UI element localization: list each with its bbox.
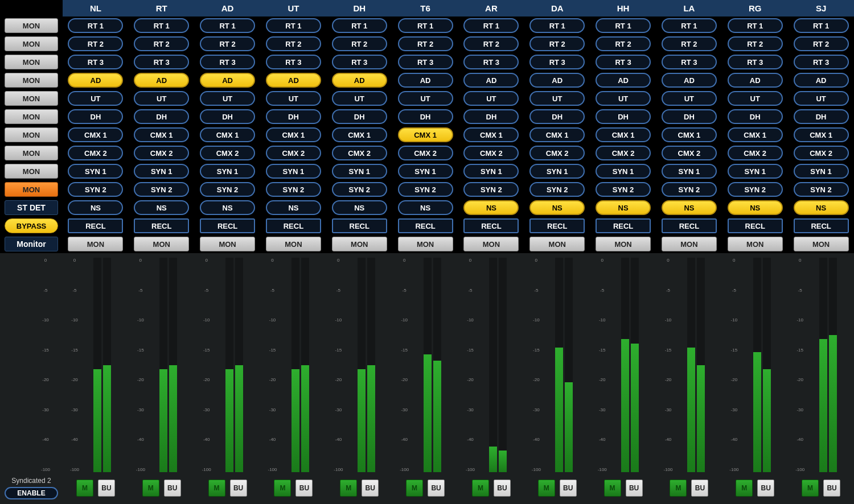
cell-5-4[interactable]: DH — [326, 108, 392, 126]
m-button-DH[interactable]: M — [340, 480, 357, 497]
m-button-RT[interactable]: M — [142, 480, 159, 497]
cell-2-3[interactable]: RT 3 — [261, 53, 327, 71]
cell-9-8[interactable]: SYN 2 — [590, 180, 656, 199]
cell-5-0[interactable]: DH — [63, 108, 129, 126]
cell-0-3[interactable]: RT 1 — [261, 16, 327, 35]
cell-4-8[interactable]: UT — [590, 89, 656, 108]
cell-1-5[interactable]: RT 2 — [392, 35, 458, 53]
cell-7-0[interactable]: CMX 2 — [63, 144, 129, 162]
cell-11-2[interactable]: RECL — [195, 217, 261, 235]
cell-3-9[interactable]: AD — [656, 71, 722, 89]
bu-button-UT[interactable]: BU — [295, 480, 313, 497]
cell-12-5[interactable]: MON — [392, 235, 458, 253]
cell-4-0[interactable]: UT — [63, 89, 129, 108]
cell-4-4[interactable]: UT — [326, 89, 392, 108]
row-label-6[interactable]: MON — [0, 126, 63, 144]
cell-7-6[interactable]: CMX 2 — [458, 144, 524, 162]
cell-8-5[interactable]: SYN 1 — [392, 162, 458, 180]
bu-button-T6[interactable]: BU — [428, 480, 445, 497]
cell-8-1[interactable]: SYN 1 — [129, 162, 195, 180]
cell-6-1[interactable]: CMX 1 — [129, 126, 195, 144]
cell-10-2[interactable]: NS — [195, 199, 261, 217]
cell-12-8[interactable]: MON — [590, 235, 656, 253]
cell-8-8[interactable]: SYN 1 — [590, 162, 656, 180]
row-label-1[interactable]: MON — [0, 35, 63, 53]
cell-2-6[interactable]: RT 3 — [458, 53, 524, 71]
cell-6-0[interactable]: CMX 1 — [63, 126, 129, 144]
cell-0-4[interactable]: RT 1 — [326, 16, 392, 35]
cell-3-6[interactable]: AD — [458, 71, 524, 89]
row-label-12[interactable]: Monitor — [0, 235, 63, 253]
cell-9-10[interactable]: SYN 2 — [722, 180, 788, 199]
m-button-LA[interactable]: M — [670, 480, 687, 497]
cell-5-2[interactable]: DH — [195, 108, 261, 126]
bu-button-LA[interactable]: BU — [691, 480, 708, 497]
cell-5-8[interactable]: DH — [590, 108, 656, 126]
enable-button[interactable]: ENABLE — [5, 487, 58, 499]
bu-button-RG[interactable]: BU — [757, 480, 774, 497]
cell-11-10[interactable]: RECL — [722, 217, 788, 235]
cell-12-10[interactable]: MON — [722, 235, 788, 253]
cell-4-5[interactable]: UT — [392, 89, 458, 108]
cell-10-11[interactable]: NS — [788, 199, 854, 217]
m-button-SJ[interactable]: M — [802, 480, 819, 497]
cell-10-1[interactable]: NS — [129, 199, 195, 217]
cell-6-9[interactable]: CMX 1 — [656, 126, 722, 144]
cell-11-11[interactable]: RECL — [788, 217, 854, 235]
cell-8-11[interactable]: SYN 1 — [788, 162, 854, 180]
row-label-0[interactable]: MON — [0, 16, 63, 35]
cell-4-3[interactable]: UT — [261, 89, 327, 108]
cell-1-9[interactable]: RT 2 — [656, 35, 722, 53]
cell-3-8[interactable]: AD — [590, 71, 656, 89]
m-button-AR[interactable]: M — [472, 480, 489, 497]
cell-8-2[interactable]: SYN 1 — [195, 162, 261, 180]
cell-5-9[interactable]: DH — [656, 108, 722, 126]
cell-10-0[interactable]: NS — [63, 199, 129, 217]
cell-1-4[interactable]: RT 2 — [326, 35, 392, 53]
cell-4-1[interactable]: UT — [129, 89, 195, 108]
cell-6-11[interactable]: CMX 1 — [788, 126, 854, 144]
cell-8-4[interactable]: SYN 1 — [326, 162, 392, 180]
m-button-RG[interactable]: M — [736, 480, 753, 497]
row-label-3[interactable]: MON — [0, 71, 63, 89]
bu-button-NL[interactable]: BU — [98, 480, 115, 497]
cell-10-8[interactable]: NS — [590, 199, 656, 217]
m-button-DA[interactable]: M — [538, 480, 555, 497]
cell-3-0[interactable]: AD — [63, 71, 129, 89]
cell-4-9[interactable]: UT — [656, 89, 722, 108]
cell-12-11[interactable]: MON — [788, 235, 854, 253]
cell-9-9[interactable]: SYN 2 — [656, 180, 722, 199]
cell-9-11[interactable]: SYN 2 — [788, 180, 854, 199]
cell-5-5[interactable]: DH — [392, 108, 458, 126]
cell-12-4[interactable]: MON — [326, 235, 392, 253]
cell-5-1[interactable]: DH — [129, 108, 195, 126]
cell-1-1[interactable]: RT 2 — [129, 35, 195, 53]
cell-10-7[interactable]: NS — [524, 199, 590, 217]
cell-6-2[interactable]: CMX 1 — [195, 126, 261, 144]
cell-2-1[interactable]: RT 3 — [129, 53, 195, 71]
cell-4-10[interactable]: UT — [722, 89, 788, 108]
cell-0-1[interactable]: RT 1 — [129, 16, 195, 35]
cell-3-10[interactable]: AD — [722, 71, 788, 89]
cell-8-0[interactable]: SYN 1 — [63, 162, 129, 180]
bu-button-DA[interactable]: BU — [560, 480, 577, 497]
cell-11-9[interactable]: RECL — [656, 217, 722, 235]
cell-7-9[interactable]: CMX 2 — [656, 144, 722, 162]
cell-3-3[interactable]: AD — [261, 71, 327, 89]
cell-11-1[interactable]: RECL — [129, 217, 195, 235]
cell-9-6[interactable]: SYN 2 — [458, 180, 524, 199]
cell-1-0[interactable]: RT 2 — [63, 35, 129, 53]
cell-7-10[interactable]: CMX 2 — [722, 144, 788, 162]
cell-9-7[interactable]: SYN 2 — [524, 180, 590, 199]
cell-10-9[interactable]: NS — [656, 199, 722, 217]
cell-0-11[interactable]: RT 1 — [788, 16, 854, 35]
cell-10-6[interactable]: NS — [458, 199, 524, 217]
cell-7-7[interactable]: CMX 2 — [524, 144, 590, 162]
cell-6-4[interactable]: CMX 1 — [326, 126, 392, 144]
row-label-5[interactable]: MON — [0, 108, 63, 126]
bu-button-DH[interactable]: BU — [362, 480, 379, 497]
bu-button-AR[interactable]: BU — [494, 480, 511, 497]
cell-4-6[interactable]: UT — [458, 89, 524, 108]
cell-5-3[interactable]: DH — [261, 108, 327, 126]
row-label-2[interactable]: MON — [0, 53, 63, 71]
